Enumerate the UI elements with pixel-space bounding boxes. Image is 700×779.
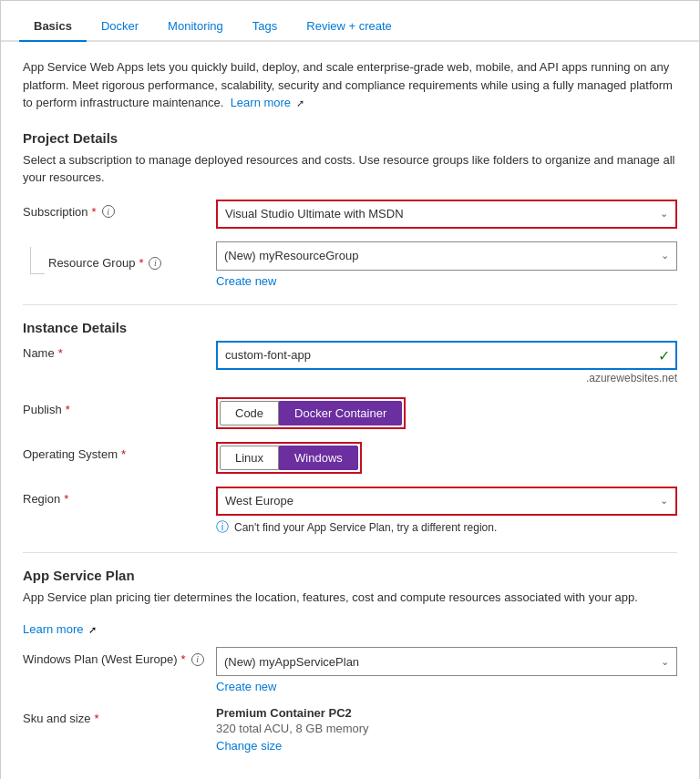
os-row: Operating System * Linux Windows (23, 442, 677, 474)
tab-tags[interactable]: Tags (238, 12, 292, 42)
subscription-chevron-icon: ⌄ (660, 208, 668, 220)
subscription-required: * (92, 205, 97, 219)
sku-plan-desc: 320 total ACU, 8 GB memory (216, 722, 677, 735)
os-linux-btn[interactable]: Linux (220, 446, 279, 470)
subscription-info-icon[interactable]: i (102, 205, 115, 218)
resource-group-dropdown[interactable]: (New) myResourceGroup ⌄ (216, 241, 677, 271)
os-toggle-outer: Linux Windows (216, 442, 362, 474)
subscription-label: Subscription * i (23, 200, 205, 219)
publish-row: Publish * Code Docker Container (23, 397, 677, 429)
region-info-msg: ⓘ Can't find your App Service Plan, try … (216, 519, 677, 536)
publish-required: * (66, 403, 70, 416)
publish-toggle-outer: Code Docker Container (216, 397, 406, 429)
region-dropdown[interactable]: West Europe ⌄ (216, 487, 677, 516)
name-control: ✓ .azurewebsites.net (216, 341, 677, 384)
sku-control: Premium Container PC2 320 total ACU, 8 G… (216, 706, 677, 753)
os-windows-btn[interactable]: Windows (279, 446, 358, 470)
instance-details-section: Instance Details Name * ✓ .azurewebsites… (23, 320, 677, 536)
region-control: West Europe ⌄ ⓘ Can't find your App Serv… (216, 487, 677, 536)
name-input-wrap: ✓ (216, 341, 677, 370)
publish-control: Code Docker Container (216, 397, 677, 429)
sku-label: Sku and size * (23, 706, 205, 725)
subscription-dropdown[interactable]: Visual Studio Ultimate with MSDN ⌄ (216, 200, 677, 229)
region-label: Region * (23, 487, 205, 506)
windows-plan-chevron-icon: ⌄ (661, 656, 669, 668)
windows-plan-dropdown[interactable]: (New) myAppServicePlan ⌄ (216, 647, 677, 676)
resource-group-row: Resource Group * i (New) myResourceGroup… (23, 241, 677, 288)
resource-group-create-new[interactable]: Create new (216, 274, 276, 288)
app-service-plan-desc: App Service plan pricing tier determines… (23, 589, 677, 607)
tab-basics[interactable]: Basics (19, 12, 87, 42)
app-service-plan-learn-more[interactable]: Learn more (23, 622, 83, 636)
name-label: Name * (23, 341, 205, 360)
app-service-plan-title: App Service Plan (23, 568, 677, 583)
page-description: App Service Web Apps lets you quickly bu… (23, 58, 677, 112)
name-input[interactable] (216, 341, 677, 370)
main-content: App Service Web Apps lets you quickly bu… (1, 42, 699, 779)
subscription-control: Visual Studio Ultimate with MSDN ⌄ (216, 200, 677, 229)
project-details-title: Project Details (23, 130, 677, 146)
app-window: Basics Docker Monitoring Tags Review + c… (0, 0, 700, 779)
resource-group-info-icon[interactable]: i (149, 257, 161, 270)
tab-monitoring[interactable]: Monitoring (153, 12, 238, 42)
instance-details-title: Instance Details (23, 320, 677, 335)
resource-group-label-wrap: Resource Group * i (23, 241, 205, 274)
sku-change-size[interactable]: Change size (216, 739, 282, 753)
windows-plan-create-new[interactable]: Create new (216, 680, 276, 693)
project-details-desc: Select a subscription to manage deployed… (23, 151, 677, 187)
region-row: Region * West Europe ⌄ ⓘ Can't find your… (23, 487, 677, 536)
resource-group-required: * (139, 256, 143, 270)
region-required: * (64, 492, 68, 506)
name-required: * (58, 346, 63, 360)
sku-plan-title: Premium Container PC2 (216, 706, 677, 720)
windows-plan-control: (New) myAppServicePlan ⌄ Create new (216, 647, 677, 693)
region-info-icon: ⓘ (216, 519, 229, 536)
resource-group-control: (New) myResourceGroup ⌄ Create new (216, 241, 677, 288)
publish-docker-btn[interactable]: Docker Container (279, 401, 402, 425)
sku-required: * (94, 712, 98, 725)
external-link-icon-bottom: ➚ (88, 624, 97, 636)
tab-docker[interactable]: Docker (87, 12, 153, 42)
resource-group-label: Resource Group * i (48, 251, 231, 270)
windows-plan-required: * (181, 652, 186, 666)
windows-plan-info-icon[interactable]: i (191, 653, 204, 666)
publish-code-btn[interactable]: Code (220, 401, 279, 425)
app-service-plan-section: App Service Plan App Service plan pricin… (23, 568, 677, 753)
name-row: Name * ✓ .azurewebsites.net (23, 341, 677, 384)
tab-bar: Basics Docker Monitoring Tags Review + c… (1, 1, 699, 42)
windows-plan-label: Windows Plan (West Europe) * i (23, 647, 205, 666)
windows-plan-row: Windows Plan (West Europe) * i (New) myA… (23, 647, 677, 693)
region-chevron-icon: ⌄ (660, 495, 668, 507)
os-required: * (121, 447, 126, 461)
azure-suffix: .azurewebsites.net (216, 372, 677, 384)
divider-2 (23, 552, 677, 553)
name-check-icon: ✓ (658, 346, 670, 364)
publish-label: Publish * (23, 397, 205, 416)
external-link-icon-top: ➚ (296, 96, 304, 111)
tab-review-create[interactable]: Review + create (292, 12, 407, 42)
os-toggle-group: Linux Windows (220, 446, 358, 470)
project-details-section: Project Details Select a subscription to… (23, 130, 677, 288)
sku-row: Sku and size * Premium Container PC2 320… (23, 706, 677, 753)
os-control: Linux Windows (216, 442, 677, 474)
resource-group-indent (30, 247, 45, 274)
divider-1 (23, 304, 677, 305)
resource-group-chevron-icon: ⌄ (661, 250, 669, 261)
os-label: Operating System * (23, 442, 205, 461)
learn-more-link-top[interactable]: Learn more (231, 96, 291, 109)
publish-toggle-group: Code Docker Container (220, 401, 402, 425)
subscription-row: Subscription * i Visual Studio Ultimate … (23, 200, 677, 229)
